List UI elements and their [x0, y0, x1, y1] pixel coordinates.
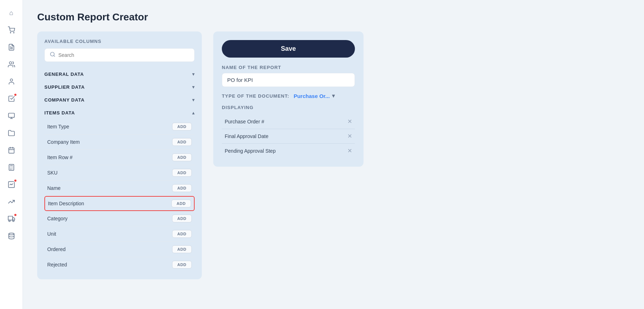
svg-rect-6 [8, 113, 14, 118]
add-name-button[interactable]: ADD [172, 184, 192, 192]
add-unit-button[interactable]: ADD [172, 230, 192, 238]
column-row-item-description: Item Description ADD [44, 196, 195, 211]
svg-point-4 [9, 62, 12, 64]
main-content: Custom Report Creator AVAILABLE COLUMNS … [23, 0, 644, 309]
add-item-type-button[interactable]: ADD [172, 123, 192, 131]
checklist-icon[interactable] [4, 92, 19, 106]
sidebar: ⌂ [0, 0, 23, 309]
column-row-ordered: Ordered ADD [44, 242, 195, 257]
search-icon [50, 52, 55, 59]
general-data-label: GENERAL DATA [44, 72, 84, 77]
items-data-chevron: ▴ [192, 110, 195, 116]
search-box [44, 48, 195, 62]
person-icon[interactable] [4, 74, 19, 89]
section-supplier-data[interactable]: SUPPLIER DATA ▾ [44, 80, 195, 93]
svg-rect-24 [8, 216, 12, 220]
columns-list: GENERAL DATA ▾ SUPPLIER DATA ▾ COMPANY D… [44, 68, 195, 272]
column-name-item-type: Item Type [47, 124, 69, 129]
items-data-label: ITEMS DATA [44, 110, 75, 116]
column-name-ordered: Ordered [47, 246, 65, 252]
svg-point-1 [13, 33, 14, 33]
trend-icon[interactable] [4, 195, 19, 209]
column-name-sku: SKU [47, 170, 58, 176]
svg-point-26 [9, 220, 10, 221]
display-item-name-pending-approval: Pending Approval Step [225, 148, 275, 154]
svg-marker-25 [13, 218, 15, 220]
panel-title: AVAILABLE COLUMNS [44, 39, 195, 44]
column-row-sku: SKU ADD [44, 165, 195, 181]
home-icon[interactable]: ⌂ [4, 6, 19, 20]
add-company-item-button[interactable]: ADD [172, 138, 192, 146]
displaying-label: DISPLAYING [222, 105, 355, 110]
remove-final-approval-button[interactable]: ✕ [347, 133, 352, 139]
column-row-category: Category ADD [44, 211, 195, 226]
add-category-button[interactable]: ADD [172, 215, 192, 222]
add-item-description-button[interactable]: ADD [171, 200, 191, 207]
column-row-rejected: Rejected ADD [44, 257, 195, 272]
column-name-item-row: Item Row # [47, 154, 73, 160]
reports-icon[interactable] [4, 109, 19, 123]
column-row-name: Name ADD [44, 181, 195, 196]
calendar-icon[interactable] [4, 143, 19, 157]
report-panel: Save NAME OF THE REPORT TYPE OF THE DOCU… [213, 31, 364, 167]
svg-point-28 [9, 233, 14, 235]
general-data-chevron: ▾ [192, 71, 195, 77]
display-item-name-purchase-order: Purchase Order # [225, 119, 264, 124]
shopping-cart-icon[interactable] [4, 23, 19, 37]
svg-point-0 [10, 33, 11, 33]
analytics-icon[interactable] [4, 177, 19, 192]
doc-type-chevron-icon: ▾ [332, 93, 335, 99]
column-name-name: Name [47, 185, 60, 191]
column-row-item-row: Item Row # ADD [44, 150, 195, 165]
search-input[interactable] [58, 52, 189, 58]
doc-type-label: TYPE OF THE DOCUMENT: [222, 93, 289, 99]
company-data-chevron: ▾ [192, 97, 195, 103]
content-area: AVAILABLE COLUMNS GENERAL DATA ▾ SUPPLIE… [37, 31, 630, 279]
files-icon[interactable] [4, 126, 19, 140]
company-data-label: COMPANY DATA [44, 97, 84, 103]
svg-rect-13 [9, 165, 14, 171]
users-icon[interactable] [4, 57, 19, 72]
database-icon[interactable] [4, 229, 19, 243]
remove-pending-approval-button[interactable]: ✕ [347, 148, 352, 154]
add-rejected-button[interactable]: ADD [172, 261, 192, 269]
section-company-data[interactable]: COMPANY DATA ▾ [44, 93, 195, 106]
svg-line-30 [54, 55, 55, 57]
report-name-label: NAME OF THE REPORT [222, 65, 355, 70]
save-button[interactable]: Save [222, 40, 355, 58]
svg-rect-9 [9, 148, 14, 153]
column-name-rejected: Rejected [47, 262, 67, 268]
columns-panel: AVAILABLE COLUMNS GENERAL DATA ▾ SUPPLIE… [37, 31, 202, 279]
display-item-pending-approval: Pending Approval Step ✕ [222, 144, 355, 158]
invoice-icon[interactable] [4, 40, 19, 54]
remove-purchase-order-button[interactable]: ✕ [347, 119, 352, 124]
svg-point-27 [13, 220, 14, 221]
column-name-item-description: Item Description [48, 201, 84, 206]
section-general-data[interactable]: GENERAL DATA ▾ [44, 68, 195, 80]
doc-type-row: TYPE OF THE DOCUMENT: Purchase Or... ▾ [222, 93, 355, 99]
add-ordered-button[interactable]: ADD [172, 245, 192, 253]
display-item-purchase-order: Purchase Order # ✕ [222, 114, 355, 129]
delivery-icon[interactable] [4, 212, 19, 226]
column-row-unit: Unit ADD [44, 226, 195, 242]
doc-type-select[interactable]: Purchase Or... ▾ [294, 93, 335, 99]
display-item-final-approval: Final Approval Date ✕ [222, 129, 355, 144]
add-item-row-button[interactable]: ADD [172, 153, 192, 161]
page-title: Custom Report Creator [37, 11, 630, 23]
report-name-input[interactable] [222, 73, 355, 87]
svg-point-5 [10, 79, 13, 82]
column-row-item-type: Item Type ADD [44, 119, 195, 134]
calculator-icon[interactable] [4, 160, 19, 175]
supplier-data-chevron: ▾ [192, 84, 195, 90]
column-name-category: Category [47, 216, 68, 221]
column-name-company-item: Company Item [47, 139, 80, 145]
display-items-list: Purchase Order # ✕ Final Approval Date ✕… [222, 114, 355, 158]
column-name-unit: Unit [47, 231, 56, 237]
supplier-data-label: SUPPLIER DATA [44, 84, 85, 90]
add-sku-button[interactable]: ADD [172, 169, 192, 177]
column-row-company-item: Company Item ADD [44, 134, 195, 150]
display-item-name-final-approval: Final Approval Date [225, 133, 268, 139]
section-items-data[interactable]: ITEMS DATA ▴ [44, 106, 195, 119]
doc-type-value: Purchase Or... [294, 93, 330, 99]
